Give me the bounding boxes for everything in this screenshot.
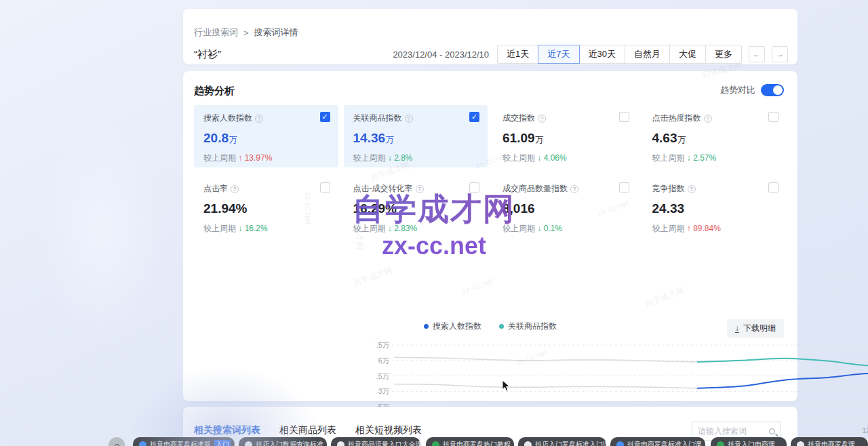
tab-title: 抖音电商罗盘标准版	[150, 440, 211, 446]
metric-unit: 万	[536, 135, 544, 144]
metric-value: 14.36万	[353, 131, 479, 146]
change-value: 16.2%	[245, 224, 268, 233]
breadcrumb-parent[interactable]: 行业搜索词	[194, 26, 238, 39]
help-icon[interactable]: ?	[688, 185, 696, 193]
metric-checkbox[interactable]	[320, 182, 330, 192]
compare-toggle[interactable]	[761, 84, 784, 96]
down-arrow-icon: ↓	[238, 224, 244, 233]
metric-change: 较上周期 ↑ 13.97%	[203, 153, 329, 164]
metric-checkbox[interactable]	[619, 112, 629, 122]
compare-toggle-label: 趋势对比	[720, 84, 755, 96]
metric-card-6: 点击-成交转化率?16.29%较上周期 ↓ 2.83%	[344, 176, 488, 238]
metric-change: 较上周期 ↑ 89.84%	[652, 223, 778, 235]
metrics-grid: 搜索人数指数?✓20.8万较上周期 ↑ 13.97%关联商品指数?✓14.36万…	[194, 105, 787, 238]
metric-unit: 万	[229, 135, 237, 144]
download-label: 下载明细	[743, 323, 776, 334]
range-button-近1天[interactable]: 近1天	[497, 45, 538, 64]
help-icon[interactable]: ?	[231, 185, 239, 193]
change-value: 0.1%	[544, 224, 562, 233]
taskbar-tab-6[interactable]: 抖音电商罗盘标准入门课	[610, 437, 705, 446]
tab-favicon	[337, 441, 344, 446]
range-button-近7天[interactable]: 近7天	[538, 45, 579, 64]
related-lists-tabs: 相关搜索词列表相关商品列表相关短视频列表	[194, 424, 422, 437]
range-button-自然月[interactable]: 自然月	[625, 45, 670, 64]
taskbar-tab-3[interactable]: 抖音商品流量入口大全课	[331, 437, 420, 446]
metric-label-row: 竞争指数?	[652, 183, 778, 195]
tab-favicon	[139, 441, 146, 446]
metric-checkbox[interactable]	[619, 182, 629, 192]
metric-label: 搜索人数指数	[203, 113, 252, 124]
metric-change: 较上周期 ↓ 0.1%	[502, 223, 628, 235]
metric-value: 16.29%	[353, 201, 479, 216]
legend-item-搜索人数指数[interactable]: 搜索人数指数	[424, 321, 481, 332]
bottom-tab-strip: 抖音电商罗盘标准版入门抖店入门流量查询抖店入门数据查询标准抖音商品流量入口大全课…	[0, 437, 868, 446]
down-arrow-icon: ↓	[687, 153, 693, 163]
metric-checkbox[interactable]: ✓	[469, 112, 479, 122]
metric-label-row: 点击热度指数?	[652, 113, 778, 124]
help-icon[interactable]: ?	[255, 115, 263, 123]
change-prefix: 较上周期	[502, 224, 537, 233]
breadcrumb: 行业搜索词 > 搜索词详情	[194, 26, 298, 39]
download-detail-button[interactable]: ↓ 下载明细	[727, 319, 784, 338]
range-button-近30天[interactable]: 近30天	[579, 45, 625, 64]
help-icon[interactable]: ?	[570, 185, 578, 193]
range-button-更多[interactable]: 更多	[705, 45, 742, 64]
metric-value: 4.63万	[652, 131, 778, 146]
taskbar-tab-1[interactable]: 抖音电商罗盘标准版入门抖店入门流量查询	[133, 437, 235, 446]
metric-checkbox[interactable]	[768, 112, 778, 122]
svg-text:4.5万: 4.5万	[376, 372, 389, 380]
help-icon[interactable]: ?	[405, 115, 413, 123]
metric-label-row: 关联商品指数?	[353, 113, 479, 124]
metric-change: 较上周期 ↓ 2.57%	[652, 153, 778, 164]
metric-change: 较上周期 ↓ 2.8%	[353, 153, 479, 164]
prev-period-button[interactable]: ←	[749, 46, 765, 62]
down-arrow-icon: ↓	[388, 153, 394, 163]
taskbar-tab-5[interactable]: 抖店入门罗盘标准入门课	[518, 437, 606, 446]
metric-card-7: 成交商品数量指数?8,016较上周期 ↓ 0.1%	[493, 176, 637, 238]
tab-favicon	[717, 441, 724, 446]
metric-checkbox[interactable]	[469, 182, 479, 192]
change-value: 2.83%	[394, 224, 417, 233]
header-card: 行业搜索词 > 搜索词详情 “衬衫” 2023/12/04 - 2023/12/…	[183, 9, 797, 64]
tab-title: 抖音电商罗盘课	[808, 440, 855, 446]
metric-label: 成交指数	[502, 113, 535, 124]
tab-相关搜索词列表[interactable]: 相关搜索词列表	[194, 424, 260, 437]
tab-favicon	[245, 441, 252, 446]
change-value: 2.8%	[394, 153, 412, 163]
taskbar-tab-2[interactable]: 抖店入门数据查询标准	[239, 437, 327, 446]
svg-text:12/08: 12/08	[862, 426, 868, 434]
tab-favicon	[524, 441, 532, 446]
metric-card-4: 点击热度指数?4.63万较上周期 ↓ 2.57%	[643, 105, 787, 167]
tab-相关商品列表[interactable]: 相关商品列表	[279, 424, 336, 437]
breadcrumb-separator-icon: >	[243, 28, 249, 38]
metric-checkbox[interactable]	[768, 182, 778, 192]
search-input[interactable]	[692, 426, 763, 436]
metric-value: 21.94%	[203, 201, 329, 216]
tab-相关短视频列表[interactable]: 相关短视频列表	[355, 424, 422, 437]
tab-search-button[interactable]	[108, 437, 125, 446]
legend-item-关联商品指数[interactable]: 关联商品指数	[499, 321, 557, 332]
taskbar-tab-4[interactable]: 抖音电商罗盘热门教程	[426, 437, 514, 446]
metric-label: 点击热度指数	[652, 113, 701, 124]
metric-label: 成交商品数量指数	[502, 183, 568, 195]
help-icon[interactable]: ?	[416, 185, 424, 193]
svg-text:7.5万: 7.5万	[376, 341, 389, 349]
taskbar-tab-8[interactable]: 抖音电商罗盘课	[791, 437, 868, 446]
change-prefix: 较上周期	[652, 153, 687, 163]
change-prefix: 较上周期	[652, 224, 687, 233]
metric-label-row: 成交指数?	[502, 113, 628, 124]
help-icon[interactable]: ?	[704, 115, 712, 123]
taskbar-tab-7[interactable]: 抖音入门电商课	[711, 437, 787, 446]
metric-card-5: 点击率?21.94%较上周期 ↓ 16.2%	[194, 176, 338, 238]
download-icon: ↓	[735, 325, 739, 333]
metric-label: 关联商品指数	[353, 113, 402, 124]
metric-checkbox[interactable]: ✓	[320, 112, 330, 122]
range-button-大促[interactable]: 大促	[669, 45, 706, 64]
tab-title: 抖店入门数据查询标准	[256, 440, 323, 446]
keyword-title: “衬衫”	[194, 48, 221, 61]
toggle-knob	[773, 85, 783, 95]
next-period-button[interactable]: →	[772, 46, 788, 62]
metric-card-8: 竞争指数?24.33较上周期 ↑ 89.84%	[643, 176, 787, 238]
help-icon[interactable]: ?	[538, 115, 546, 123]
change-prefix: 较上周期	[353, 153, 388, 163]
